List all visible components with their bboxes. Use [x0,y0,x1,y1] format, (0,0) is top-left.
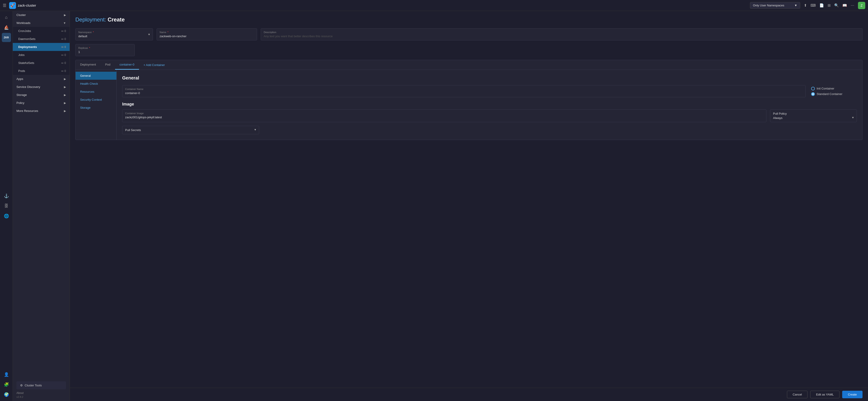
namespace-selector[interactable]: Only User Namespaces ▼ [750,2,800,9]
namespace-value: default [78,34,150,38]
namespace-dropdown-arrow[interactable]: ▼ [148,33,150,36]
globe-icon-btn[interactable]: 🌐 [2,212,11,221]
service-discovery-chevron: ▶ [64,85,66,89]
namespace-selector-value: Only User Namespaces [753,4,784,7]
header-icons: ⬆ ⌨ 📄 ⊞ 🔍 📖 ⋯ Z [804,2,865,9]
left-nav-general[interactable]: General [75,72,117,80]
sidebar-item-deployments[interactable]: Deployments ⇔ 0 [13,43,70,51]
cluster-tools-button[interactable]: ⚙ Cluster Tools [17,381,66,389]
sidebar-item-cronjobs[interactable]: CronJobs ⇔ 0 [13,27,70,35]
description-label: Description [264,31,860,34]
apps-label: Apps [17,77,23,81]
jobs-count: 0 [64,54,66,57]
namespace-label: Namespace * [78,31,150,34]
container-image-field: Container Image [122,110,766,122]
jobs-badge: ⇔ 0 [61,54,66,57]
left-nav-storage[interactable]: Storage [75,104,117,112]
page-title-prefix: Deployment: [75,17,107,23]
general-right: Init Container Standard Container [811,85,857,97]
standard-container-radio[interactable] [811,92,815,96]
service-discovery-label: Service Discovery [17,85,40,89]
zkr-btn[interactable]: ZKR [2,33,11,42]
icon-sidebar: ⌂ ⛵ ZKR ⚓ 🗄 🌐 👤 🧩 🌍 [0,11,13,401]
brand-area: 🚀 zack-cluster [9,2,36,9]
init-container-radio[interactable] [811,87,815,90]
left-nav-security-context[interactable]: Security Context [75,96,117,104]
file-icon[interactable]: 📄 [819,3,824,7]
sidebar-item-cluster[interactable]: Cluster ▶ [13,11,70,19]
statefulsets-count: 0 [64,61,66,65]
tab-deployment[interactable]: Deployment [75,60,100,70]
pull-secrets-arrow[interactable]: ▼ [254,128,257,131]
namespace-field: Namespace * default ▼ [75,28,153,40]
world-icon-btn[interactable]: 🌍 [2,390,11,399]
ship-icon-btn[interactable]: ⛵ [2,23,11,32]
pods-badge-icon: ⇔ [61,69,63,73]
terminal-icon[interactable]: ⌨ [810,3,816,7]
daemonsets-badge: ⇔ 0 [61,37,66,41]
left-nav-resources[interactable]: Resources [75,88,117,96]
book-icon[interactable]: 📖 [842,3,847,7]
sidebar-item-workloads[interactable]: Workloads ▼ [13,19,70,27]
brand-name: zack-cluster [18,3,36,7]
description-input[interactable] [264,34,860,38]
sidebar-item-service-discovery[interactable]: Service Discovery ▶ [13,83,70,91]
user-icon-btn[interactable]: 👤 [2,370,11,379]
sidebar-item-more-resources[interactable]: More Resources ▶ [13,107,70,115]
edit-yaml-button[interactable]: Edit as YAML [810,391,839,398]
left-nav-health-check[interactable]: Health Check [75,80,117,88]
tab-container-0[interactable]: container-0 [115,60,139,70]
dots-icon[interactable]: ⋯ [851,3,854,7]
container-layout: General Health Check Resources Security … [75,70,862,140]
container-image-input[interactable] [125,116,764,119]
tab-pod[interactable]: Pod [100,60,115,70]
brand-logo[interactable]: 🚀 [9,2,16,9]
storage-icon-btn[interactable]: 🗄 [2,202,11,211]
policy-chevron: ▶ [64,101,66,104]
content-area: Deployment: Create Namespace * default ▼… [70,11,868,388]
more-resources-chevron: ▶ [64,110,66,113]
statefulsets-badge: ⇔ 0 [61,61,66,65]
statefulsets-badge-icon: ⇔ [61,61,63,65]
cronjobs-count: 0 [64,29,66,33]
init-container-option[interactable]: Init Container [811,87,857,90]
anchor-icon-btn[interactable]: ⚓ [2,191,11,201]
hamburger-icon[interactable]: ☰ [3,3,6,8]
bottom-bar: Cancel Edit as YAML Create [70,388,868,401]
add-container-tab[interactable]: + Add Container [139,61,169,69]
container-name-input[interactable] [125,91,803,95]
sidebar-item-storage[interactable]: Storage ▶ [13,91,70,99]
create-button[interactable]: Create [842,391,863,398]
sidebar-item-statefulsets[interactable]: StatefulSets ⇔ 0 [13,59,70,67]
replicas-field: Replicas * [75,44,135,56]
nav-sidebar: Cluster ▶ Workloads ▼ CronJobs ⇔ 0 Daemo… [13,11,70,401]
pods-badge: ⇔ 0 [61,69,66,73]
cancel-button[interactable]: Cancel [787,391,807,398]
replicas-input[interactable] [78,50,132,54]
sidebar-item-policy[interactable]: Policy ▶ [13,99,70,107]
about-link[interactable]: About [17,391,24,396]
puzzle-icon-btn[interactable]: 🧩 [2,380,11,389]
search-icon[interactable]: 🔍 [834,3,839,7]
name-input[interactable] [160,34,254,38]
deployments-count: 0 [64,45,66,49]
home-icon-btn[interactable]: ⌂ [2,13,11,22]
pull-policy-arrow[interactable]: ▼ [851,116,854,119]
standard-container-option[interactable]: Standard Container [811,92,857,96]
workloads-submenu: CronJobs ⇔ 0 DaemonSets ⇔ 0 Deployments … [13,27,70,75]
avatar[interactable]: Z [858,2,865,9]
pull-policy-value: Always [773,116,854,120]
sidebar-item-apps[interactable]: Apps ▶ [13,75,70,83]
daemonsets-label: DaemonSets [18,37,35,41]
pods-label: Pods [18,69,25,73]
general-grid: Container Name Init Container [122,85,857,97]
replicas-label: Replicas * [78,47,132,49]
grid-icon[interactable]: ⊞ [828,3,831,7]
pull-secrets-field: Pull Secrets ▼ [122,126,259,134]
sidebar-item-daemonsets[interactable]: DaemonSets ⇔ 0 [13,35,70,43]
sidebar-item-jobs[interactable]: Jobs ⇔ 0 [13,51,70,59]
sidebar-item-pods[interactable]: Pods ⇔ 0 [13,67,70,75]
page-title: Deployment: Create [75,17,863,23]
container-name-field: Container Name [122,85,806,97]
upload-icon[interactable]: ⬆ [804,3,807,7]
